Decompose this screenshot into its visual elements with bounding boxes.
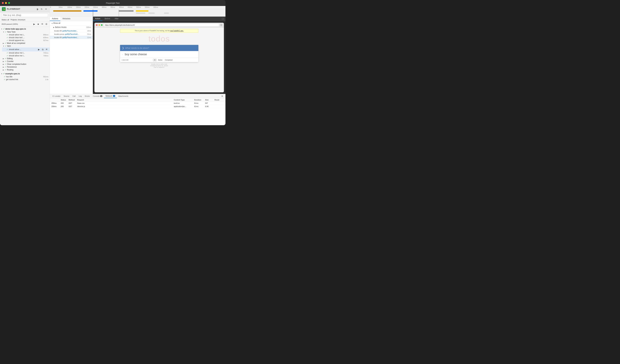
url-bar[interactable]: https://demo.playwright.dev/todomvc/#/ <box>104 23 219 27</box>
table-row[interactable]: 258ms 200 GET /director.js application/j… <box>50 105 225 108</box>
chevron-right-icon: ▶ <box>3 42 4 44</box>
check-icon: ✓ <box>5 45 7 47</box>
tab-console-label: Console <box>93 95 99 97</box>
timeline-mark: 300ms <box>101 6 107 8</box>
projects-label: Projects: <box>11 19 17 21</box>
col-header-request: Request <box>77 99 174 101</box>
close-sidebar-button[interactable]: ✕ <box>44 7 48 11</box>
tab-network-label: Network <box>106 95 112 97</box>
minimize-button[interactable] <box>5 2 7 4</box>
check-icon: ✓ <box>7 48 8 51</box>
test-group-header-clear[interactable]: ▶ ✓ Clear completed button <box>2 63 50 66</box>
fullscreen-button[interactable] <box>8 2 10 4</box>
network-request: /director.js <box>77 106 174 107</box>
footer-line1: Double-click to edit a todo <box>150 63 168 65</box>
sidebar: 🎭 PLAYWRIGHT ◑ ↻ ✕ Status: all Projects:… <box>0 6 50 125</box>
tab-errors[interactable]: Errors <box>83 94 91 98</box>
tab-before[interactable]: Before <box>102 16 112 21</box>
sidebar-header-actions: ◑ ↻ ✕ <box>35 7 48 11</box>
test-group-header-editing[interactable]: ▶ ✓ Editing <box>2 57 50 60</box>
test-file-name-example[interactable]: ▼ ✓ example.spec.ts <box>0 72 50 75</box>
test-group-header-new-todo[interactable]: ▼ ✓ New Todo <box>2 30 50 33</box>
list-item[interactable]: ✓ get started link 1.0s <box>0 78 50 81</box>
console-badge: 1 <box>100 95 102 97</box>
timeline-mark: 200ms <box>84 6 89 8</box>
test-group-header-counter[interactable]: ▶ ✓ Counter <box>2 60 50 63</box>
test-group-header-routing[interactable]: ▶ ✓ Routing <box>2 68 50 71</box>
group-label: Editing <box>7 58 13 60</box>
check-icon: ✓ <box>5 58 6 60</box>
tab-network[interactable]: Network 2 <box>104 94 117 98</box>
timeline-mark: 150ms <box>76 6 81 8</box>
open-external-button[interactable]: ⬡ <box>222 17 225 20</box>
list-item[interactable]: ✓ should allow me t... 708ms <box>2 54 50 57</box>
group-label: Clear completed button <box>7 63 26 65</box>
tab-source[interactable]: Source <box>62 94 71 98</box>
test-item-actions: ▶ ⧉ 👁 <box>37 48 48 51</box>
show-all-row[interactable]: ◀ Show all <box>50 21 93 25</box>
todo-filters: All Active Completed <box>153 59 173 61</box>
test-group-header-mark-all[interactable]: ▶ ✓ Mark all as completed <box>2 42 50 45</box>
tab-actions[interactable]: Actions <box>50 16 60 21</box>
run-tests-button[interactable]: ▶ <box>32 22 36 26</box>
watch-button[interactable]: 👁 <box>41 22 44 26</box>
test-file-name-demo-todo[interactable]: ▼ ✓ demo-todo-app.spec.ts <box>0 27 50 30</box>
stop-button[interactable]: ■ <box>36 22 40 26</box>
tab-console[interactable]: Console 1 <box>91 94 104 98</box>
theme-toggle-button[interactable]: ◑ <box>35 7 39 11</box>
tab-call[interactable]: Call <box>71 94 77 98</box>
list-item[interactable]: ✓ should allow me t... 740ms <box>2 51 50 54</box>
filter-active[interactable]: Active <box>157 59 163 61</box>
col-header-status: Status <box>61 99 69 101</box>
browser-menu-icon[interactable]: ☰ <box>220 24 222 27</box>
timeline-bar-row2 <box>136 13 145 14</box>
tab-log[interactable]: Log <box>77 94 83 98</box>
filter-all[interactable]: All <box>153 59 156 61</box>
action-row[interactable]: locator.fill getByPlaceholder(... 11ms <box>50 36 93 39</box>
list-item[interactable]: ✓ should allow me t... 896ms <box>2 33 50 36</box>
list-item[interactable]: ✓ should allow ... ▶ ⧉ 👁 <box>2 47 50 51</box>
close-button[interactable] <box>2 2 4 4</box>
split-view-button[interactable]: ⧉ <box>220 94 225 98</box>
check-icon: ✓ <box>7 39 8 42</box>
settings-button[interactable]: ⚙ <box>45 22 48 26</box>
list-item[interactable]: ✓ should append ne... 927ms <box>2 39 50 42</box>
test-duration: 927ms <box>43 39 48 41</box>
timeline-mark: 0 <box>50 6 51 8</box>
tab-locator[interactable]: ⊙ Locator <box>51 94 62 98</box>
todo-item: ○ buy some cheese <box>120 51 198 58</box>
banner-link[interactable]: real TodoMVC app. <box>170 30 184 32</box>
progress-label: 26/26 passed (100%) <box>1 23 18 25</box>
locator-icon: ⊙ <box>52 95 54 97</box>
refresh-button[interactable]: ↻ <box>40 7 43 11</box>
action-method: locator.fill <box>54 30 62 32</box>
filter-completed[interactable]: Completed <box>164 59 173 61</box>
before-hooks-row[interactable]: ▶ Before Hooks 330ms <box>50 25 93 29</box>
test-duration: 896ms <box>43 34 48 36</box>
list-item[interactable]: ✓ should clear text ... 839ms <box>2 36 50 39</box>
playhead <box>93 9 93 16</box>
copy-test-button[interactable]: ⧉ <box>41 48 45 51</box>
check-icon: ✓ <box>7 52 8 54</box>
tab-metadata[interactable]: Metadata <box>60 16 73 21</box>
group-label: Item <box>7 45 11 47</box>
tab-action[interactable]: Action <box>93 16 102 21</box>
test-group-header-persistence[interactable]: ▶ ✓ Persistence <box>2 66 50 68</box>
filter-input[interactable] <box>1 13 48 17</box>
action-row[interactable]: locator.press getByPlacehold... 34ms <box>50 32 93 36</box>
action-row[interactable]: locator.fill getByPlaceholder... 18ms <box>50 29 93 32</box>
col-header-duration: Duration <box>194 99 205 101</box>
test-item-label: should allow me t... <box>9 52 25 54</box>
network-table: Status Method Request Content Type Durat… <box>50 98 225 125</box>
tab-attachments[interactable]: Attachments <box>117 94 130 98</box>
run-single-test-button[interactable]: ▶ <box>37 48 41 51</box>
table-row[interactable]: 258ms 200 GET /base.css text/css 61ms 94… <box>50 102 225 105</box>
test-group-header-item[interactable]: ▼ ✓ Item <box>2 45 50 47</box>
watch-test-button[interactable]: 👁 <box>45 48 48 51</box>
tab-after[interactable]: After <box>112 16 121 21</box>
list-item[interactable]: ✓ has title 591ms <box>0 75 50 78</box>
timeline-bar <box>83 10 97 12</box>
group-label: New Todo <box>7 31 16 33</box>
tab-errors-label: Errors <box>85 95 90 97</box>
check-icon: ✓ <box>5 42 6 44</box>
